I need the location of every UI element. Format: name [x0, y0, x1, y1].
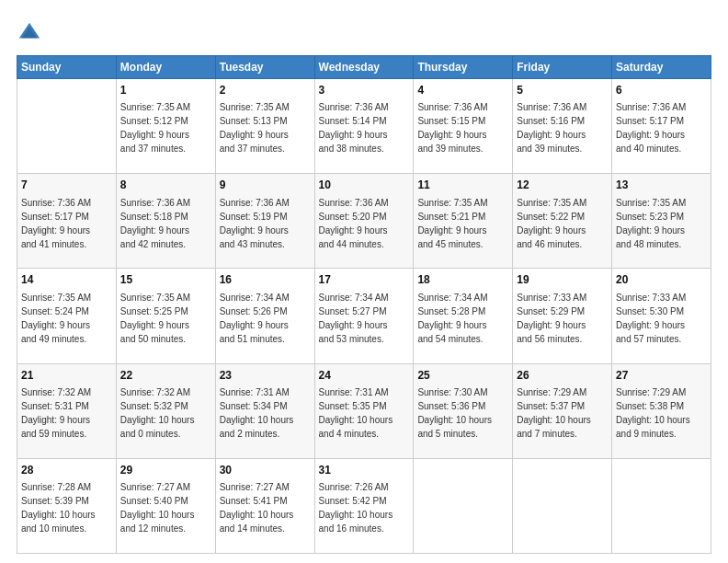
day-info: Sunrise: 7:33 AM Sunset: 5:30 PM Dayligh… [616, 291, 707, 346]
calendar-cell: 25Sunrise: 7:30 AM Sunset: 5:36 PM Dayli… [414, 363, 513, 458]
day-info: Sunrise: 7:29 AM Sunset: 5:37 PM Dayligh… [517, 385, 608, 441]
day-number: 19 [517, 272, 608, 288]
calendar-cell [612, 458, 711, 553]
calendar-cell [513, 458, 612, 553]
day-number: 1 [120, 83, 211, 98]
calendar-cell: 27Sunrise: 7:29 AM Sunset: 5:38 PM Dayli… [612, 363, 711, 458]
day-info: Sunrise: 7:35 AM Sunset: 5:23 PM Dayligh… [616, 196, 707, 251]
day-info: Sunrise: 7:36 AM Sunset: 5:20 PM Dayligh… [319, 196, 410, 251]
day-header-sunday: Sunday [17, 56, 117, 79]
day-info: Sunrise: 7:35 AM Sunset: 5:25 PM Dayligh… [120, 291, 211, 346]
day-number: 4 [417, 83, 508, 98]
calendar-cell: 5Sunrise: 7:36 AM Sunset: 5:16 PM Daylig… [513, 79, 612, 174]
day-number: 14 [21, 272, 112, 288]
day-number: 20 [616, 272, 707, 288]
calendar-cell: 13Sunrise: 7:35 AM Sunset: 5:23 PM Dayli… [612, 174, 711, 269]
day-number: 5 [517, 83, 608, 98]
day-info: Sunrise: 7:32 AM Sunset: 5:32 PM Dayligh… [120, 385, 211, 441]
calendar-cell: 17Sunrise: 7:34 AM Sunset: 5:27 PM Dayli… [314, 269, 414, 363]
day-number: 22 [120, 368, 211, 384]
logo-icon [17, 20, 42, 46]
calendar-table: SundayMondayTuesdayWednesdayThursdayFrid… [17, 55, 711, 554]
day-header-monday: Monday [116, 56, 215, 79]
day-info: Sunrise: 7:34 AM Sunset: 5:28 PM Dayligh… [417, 291, 508, 346]
calendar-cell: 4Sunrise: 7:36 AM Sunset: 5:15 PM Daylig… [414, 79, 513, 174]
calendar-cell: 22Sunrise: 7:32 AM Sunset: 5:32 PM Dayli… [116, 363, 215, 458]
day-info: Sunrise: 7:36 AM Sunset: 5:15 PM Dayligh… [417, 100, 508, 155]
calendar-cell: 14Sunrise: 7:35 AM Sunset: 5:24 PM Dayli… [17, 269, 117, 363]
day-number: 11 [417, 178, 508, 193]
day-info: Sunrise: 7:30 AM Sunset: 5:36 PM Dayligh… [417, 385, 508, 441]
day-number: 31 [319, 463, 410, 478]
day-info: Sunrise: 7:31 AM Sunset: 5:34 PM Dayligh… [220, 385, 311, 441]
page: SundayMondayTuesdayWednesdayThursdayFrid… [0, 0, 728, 563]
day-number: 18 [417, 272, 508, 288]
calendar-cell: 3Sunrise: 7:36 AM Sunset: 5:14 PM Daylig… [314, 79, 414, 174]
day-info: Sunrise: 7:32 AM Sunset: 5:31 PM Dayligh… [21, 385, 112, 441]
calendar-cell: 28Sunrise: 7:28 AM Sunset: 5:39 PM Dayli… [17, 458, 117, 553]
day-number: 8 [120, 178, 211, 193]
calendar-cell: 20Sunrise: 7:33 AM Sunset: 5:30 PM Dayli… [612, 269, 711, 363]
day-number: 6 [616, 83, 707, 98]
day-info: Sunrise: 7:34 AM Sunset: 5:27 PM Dayligh… [319, 291, 410, 346]
day-number: 30 [220, 463, 311, 478]
header [17, 17, 711, 46]
calendar-week-0: 1Sunrise: 7:35 AM Sunset: 5:12 PM Daylig… [17, 79, 711, 174]
calendar-cell: 7Sunrise: 7:36 AM Sunset: 5:17 PM Daylig… [17, 174, 117, 269]
day-number: 2 [220, 83, 311, 98]
day-info: Sunrise: 7:35 AM Sunset: 5:12 PM Dayligh… [120, 100, 211, 155]
calendar-cell: 26Sunrise: 7:29 AM Sunset: 5:37 PM Dayli… [513, 363, 612, 458]
day-number: 29 [120, 463, 211, 478]
day-number: 3 [319, 83, 410, 98]
day-info: Sunrise: 7:27 AM Sunset: 5:41 PM Dayligh… [220, 480, 311, 535]
day-info: Sunrise: 7:36 AM Sunset: 5:14 PM Dayligh… [319, 100, 410, 155]
day-number: 9 [220, 178, 311, 193]
day-number: 16 [220, 272, 311, 288]
calendar-cell: 6Sunrise: 7:36 AM Sunset: 5:17 PM Daylig… [612, 79, 711, 174]
calendar-week-4: 28Sunrise: 7:28 AM Sunset: 5:39 PM Dayli… [17, 458, 711, 553]
calendar-cell: 21Sunrise: 7:32 AM Sunset: 5:31 PM Dayli… [17, 363, 117, 458]
calendar-cell: 2Sunrise: 7:35 AM Sunset: 5:13 PM Daylig… [215, 79, 314, 174]
day-info: Sunrise: 7:35 AM Sunset: 5:24 PM Dayligh… [21, 291, 112, 346]
calendar-cell [17, 79, 117, 174]
day-number: 13 [616, 178, 707, 193]
day-info: Sunrise: 7:36 AM Sunset: 5:17 PM Dayligh… [616, 100, 707, 155]
calendar-cell: 16Sunrise: 7:34 AM Sunset: 5:26 PM Dayli… [215, 269, 314, 363]
calendar-week-1: 7Sunrise: 7:36 AM Sunset: 5:17 PM Daylig… [17, 174, 711, 269]
day-info: Sunrise: 7:26 AM Sunset: 5:42 PM Dayligh… [319, 480, 410, 535]
calendar-cell: 30Sunrise: 7:27 AM Sunset: 5:41 PM Dayli… [215, 458, 314, 553]
day-header-saturday: Saturday [612, 56, 711, 79]
calendar-cell: 23Sunrise: 7:31 AM Sunset: 5:34 PM Dayli… [215, 363, 314, 458]
logo [17, 20, 44, 46]
day-info: Sunrise: 7:31 AM Sunset: 5:35 PM Dayligh… [319, 385, 410, 441]
calendar-week-3: 21Sunrise: 7:32 AM Sunset: 5:31 PM Dayli… [17, 363, 711, 458]
day-number: 17 [319, 272, 410, 288]
day-number: 23 [220, 368, 311, 384]
day-info: Sunrise: 7:27 AM Sunset: 5:40 PM Dayligh… [120, 480, 211, 535]
day-number: 27 [616, 368, 707, 384]
calendar-cell: 9Sunrise: 7:36 AM Sunset: 5:19 PM Daylig… [215, 174, 314, 269]
day-number: 21 [21, 368, 112, 384]
day-header-friday: Friday [513, 56, 612, 79]
day-number: 15 [120, 272, 211, 288]
day-info: Sunrise: 7:28 AM Sunset: 5:39 PM Dayligh… [21, 480, 112, 535]
calendar-cell: 10Sunrise: 7:36 AM Sunset: 5:20 PM Dayli… [314, 174, 414, 269]
day-info: Sunrise: 7:34 AM Sunset: 5:26 PM Dayligh… [220, 291, 311, 346]
day-header-thursday: Thursday [414, 56, 513, 79]
calendar-cell: 15Sunrise: 7:35 AM Sunset: 5:25 PM Dayli… [116, 269, 215, 363]
header-row: SundayMondayTuesdayWednesdayThursdayFrid… [17, 56, 711, 79]
calendar-header: SundayMondayTuesdayWednesdayThursdayFrid… [17, 56, 711, 79]
day-number: 25 [417, 368, 508, 384]
calendar-cell: 11Sunrise: 7:35 AM Sunset: 5:21 PM Dayli… [414, 174, 513, 269]
day-info: Sunrise: 7:29 AM Sunset: 5:38 PM Dayligh… [616, 385, 707, 441]
calendar-cell: 12Sunrise: 7:35 AM Sunset: 5:22 PM Dayli… [513, 174, 612, 269]
day-number: 24 [319, 368, 410, 384]
calendar-cell [414, 458, 513, 553]
day-info: Sunrise: 7:35 AM Sunset: 5:13 PM Dayligh… [220, 100, 311, 155]
day-info: Sunrise: 7:36 AM Sunset: 5:17 PM Dayligh… [21, 196, 112, 251]
calendar-cell: 19Sunrise: 7:33 AM Sunset: 5:29 PM Dayli… [513, 269, 612, 363]
calendar-cell: 1Sunrise: 7:35 AM Sunset: 5:12 PM Daylig… [116, 79, 215, 174]
day-info: Sunrise: 7:35 AM Sunset: 5:21 PM Dayligh… [417, 196, 508, 251]
calendar-week-2: 14Sunrise: 7:35 AM Sunset: 5:24 PM Dayli… [17, 269, 711, 363]
calendar-cell: 18Sunrise: 7:34 AM Sunset: 5:28 PM Dayli… [414, 269, 513, 363]
